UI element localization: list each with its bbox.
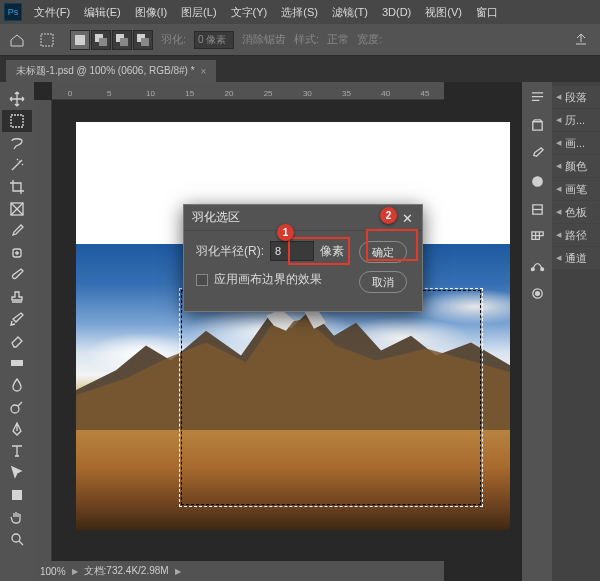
shape-tool[interactable] — [2, 484, 32, 506]
svg-rect-6 — [12, 490, 22, 500]
close-tab-icon[interactable]: × — [201, 66, 207, 77]
color-panel-icon[interactable] — [528, 172, 546, 190]
panels-dock: ◀段落 ◀历... ◀画... ◀颜色 ◀画笔 ◀色板 ◀路径 ◀通道 — [522, 82, 600, 581]
zoom-chevron-icon[interactable]: ▶ — [72, 567, 78, 576]
width-label: 宽度: — [357, 32, 382, 47]
dialog-title: 羽化选区 — [192, 209, 240, 226]
healing-tool[interactable] — [2, 242, 32, 264]
selection-new[interactable] — [70, 30, 90, 50]
svg-point-10 — [540, 267, 543, 270]
selection-intersect[interactable] — [133, 30, 153, 50]
lasso-tool[interactable] — [2, 132, 32, 154]
move-tool[interactable] — [2, 88, 32, 110]
eyedropper-tool[interactable] — [2, 220, 32, 242]
panel-tab-channels[interactable]: ◀通道 — [552, 247, 600, 269]
panel-tab-color[interactable]: ◀颜色 — [552, 155, 600, 177]
status-bar: 100% ▶ 文档:732.4K/2.98M ▶ — [34, 561, 444, 581]
feather-radius-label: 羽化半径(R): — [196, 243, 264, 260]
share-icon[interactable] — [570, 29, 592, 51]
panel-tab-paths[interactable]: ◀路径 — [552, 224, 600, 246]
svg-point-12 — [535, 291, 539, 295]
menu-3d[interactable]: 3D(D) — [376, 4, 417, 20]
selection-mode-group — [70, 30, 153, 50]
eraser-tool[interactable] — [2, 330, 32, 352]
svg-point-8 — [532, 176, 541, 185]
path-select-tool[interactable] — [2, 462, 32, 484]
hand-tool[interactable] — [2, 506, 32, 528]
frame-tool[interactable] — [2, 198, 32, 220]
swatches-panel-icon[interactable] — [528, 228, 546, 246]
document-tab[interactable]: 未标题-1.psd @ 100% (0606, RGB/8#) * × — [6, 60, 216, 82]
ok-button[interactable]: 确定 — [359, 241, 407, 263]
pen-tool[interactable] — [2, 418, 32, 440]
selection-subtract[interactable] — [112, 30, 132, 50]
svg-point-7 — [12, 534, 20, 542]
history-panel-icon[interactable] — [528, 116, 546, 134]
channels-panel-icon[interactable] — [528, 284, 546, 302]
panel-tab-history[interactable]: ◀历... — [552, 109, 600, 131]
paths-panel-icon[interactable] — [528, 256, 546, 274]
panel-tab-brush-settings[interactable]: ◀画笔 — [552, 178, 600, 200]
apply-canvas-bounds-label: 应用画布边界的效果 — [214, 271, 322, 288]
feather-radius-input[interactable] — [270, 241, 314, 261]
panel-tab-paragraph[interactable]: ◀段落 — [552, 86, 600, 108]
annotation-2: 2 — [380, 207, 397, 224]
app-logo-icon: Ps — [4, 3, 22, 21]
feather-label: 羽化: — [161, 32, 186, 47]
magic-wand-tool[interactable] — [2, 154, 32, 176]
dialog-close-button[interactable]: ✕ — [398, 209, 416, 227]
style-label: 样式: — [294, 32, 319, 47]
style-value[interactable]: 正常 — [327, 32, 349, 47]
panel-tab-swatches[interactable]: ◀色板 — [552, 201, 600, 223]
feather-radius-unit: 像素 — [320, 243, 344, 260]
doc-info: 文档:732.4K/2.98M — [84, 564, 169, 578]
apply-canvas-bounds-checkbox[interactable] — [196, 274, 208, 286]
brushes-panel-icon[interactable] — [528, 144, 546, 162]
stamp-tool[interactable] — [2, 286, 32, 308]
home-icon[interactable] — [6, 29, 28, 51]
panels-icon-strip — [522, 82, 552, 581]
ruler-horizontal[interactable]: 0 5 10 15 20 25 30 35 40 45 — [52, 82, 444, 100]
menu-view[interactable]: 视图(V) — [419, 3, 468, 22]
ruler-vertical[interactable] — [34, 100, 52, 561]
svg-rect-4 — [11, 360, 23, 366]
menu-layer[interactable]: 图层(L) — [175, 3, 222, 22]
canvas-area: 0 5 10 15 20 25 30 35 40 45 — [34, 82, 522, 581]
document-canvas[interactable] — [76, 122, 510, 530]
menu-image[interactable]: 图像(I) — [129, 3, 173, 22]
type-tool[interactable] — [2, 440, 32, 462]
svg-rect-0 — [41, 34, 53, 46]
crop-tool[interactable] — [2, 176, 32, 198]
marquee-tool[interactable] — [2, 110, 32, 132]
cancel-button[interactable]: 取消 — [359, 271, 407, 293]
brush-tool[interactable] — [2, 264, 32, 286]
marquee-tool-icon[interactable] — [36, 29, 58, 51]
selection-add[interactable] — [91, 30, 111, 50]
feather-input[interactable] — [194, 31, 234, 49]
zoom-tool[interactable] — [2, 528, 32, 550]
tools-panel — [0, 82, 34, 581]
brush-settings-panel-icon[interactable] — [528, 200, 546, 218]
dodge-tool[interactable] — [2, 396, 32, 418]
menu-filter[interactable]: 滤镜(T) — [326, 3, 374, 22]
history-brush-tool[interactable] — [2, 308, 32, 330]
document-tab-bar: 未标题-1.psd @ 100% (0606, RGB/8#) * × — [0, 56, 600, 82]
menu-window[interactable]: 窗口 — [470, 3, 504, 22]
paragraph-panel-icon[interactable] — [528, 88, 546, 106]
gradient-tool[interactable] — [2, 352, 32, 374]
annotation-1: 1 — [277, 224, 294, 241]
menu-type[interactable]: 文字(Y) — [225, 3, 274, 22]
blur-tool[interactable] — [2, 374, 32, 396]
menu-edit[interactable]: 编辑(E) — [78, 3, 127, 22]
options-bar: 羽化: 消除锯齿 样式: 正常 宽度: — [0, 24, 600, 56]
svg-point-5 — [11, 405, 19, 413]
docinfo-chevron-icon[interactable]: ▶ — [175, 567, 181, 576]
antialias-label: 消除锯齿 — [242, 32, 286, 47]
panel-tab-brushes[interactable]: ◀画... — [552, 132, 600, 154]
selection-marquee — [181, 290, 481, 505]
menu-select[interactable]: 选择(S) — [275, 3, 324, 22]
zoom-level[interactable]: 100% — [40, 566, 66, 577]
document-tab-title: 未标题-1.psd @ 100% (0606, RGB/8#) * — [16, 64, 195, 78]
menu-file[interactable]: 文件(F) — [28, 3, 76, 22]
svg-rect-1 — [11, 115, 23, 127]
